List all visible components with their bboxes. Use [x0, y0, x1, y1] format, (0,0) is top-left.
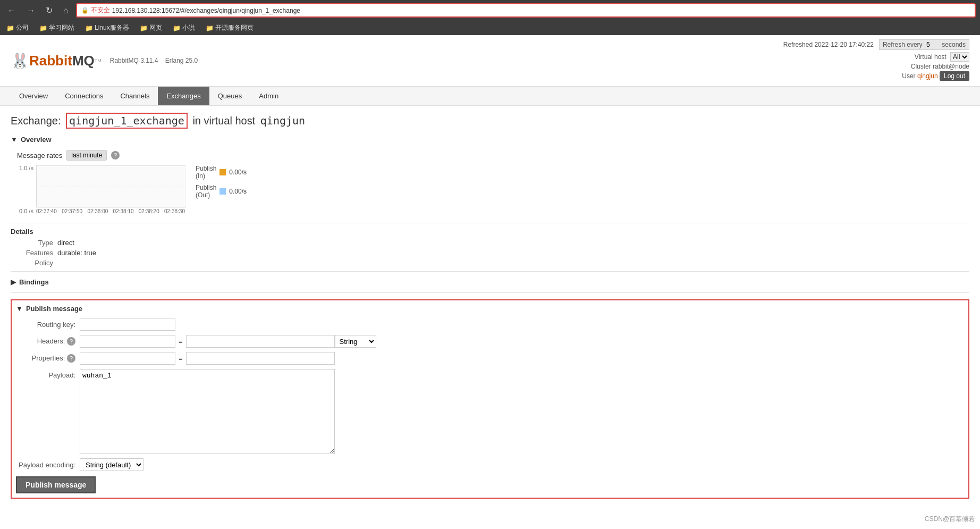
headers-help-icon[interactable]: ?	[67, 337, 75, 346]
headers-eq: =	[175, 338, 186, 346]
bindings-section: ▶ Bindings	[11, 276, 969, 288]
properties-label: Properties: ?	[16, 354, 80, 363]
properties-eq: =	[175, 355, 186, 363]
overview-arrow: ▼	[11, 136, 18, 144]
legend-publish-out-color	[219, 188, 226, 195]
bookmark-novel[interactable]: 📁 小说	[171, 23, 197, 33]
features-row: Features durable: true	[11, 249, 969, 257]
legend-publish-out: Publish(Out) 0.00/s	[196, 184, 247, 199]
version-info: RabbitMQ 3.11.4 Erlang 25.0	[110, 57, 198, 64]
title-middle: in virtual host	[192, 115, 255, 127]
details-section: Details Type direct Features durable: tr…	[11, 228, 969, 267]
properties-row: Properties: ? =	[16, 352, 964, 365]
legend-publish-in-color	[219, 169, 226, 175]
cluster-label: Cluster	[911, 63, 931, 70]
payload-textarea[interactable]	[80, 369, 335, 454]
bookmark-study[interactable]: 📁 学习网站	[37, 23, 77, 33]
publish-section-label: Publish message	[26, 305, 82, 313]
legend-publish-in-value: 0.00/s	[229, 169, 247, 176]
bookmark-company[interactable]: 📁 公司	[4, 23, 31, 33]
publish-btn-row: Publish message	[16, 476, 964, 493]
nav-admin[interactable]: Admin	[250, 87, 287, 105]
user-label: User	[902, 72, 915, 80]
message-rates-header: Message rates last minute ?	[17, 150, 969, 161]
chart-area: 1.0 /s 0.0 /s 02:37:40 02:37:50 02:38:00…	[17, 165, 969, 214]
publish-message-button[interactable]: Publish message	[16, 476, 96, 493]
overview-section-header[interactable]: ▼ Overview	[11, 133, 969, 146]
logo-tm: TM	[95, 58, 102, 63]
lock-icon: 🔒	[81, 7, 89, 14]
nav-overview[interactable]: Overview	[11, 87, 56, 105]
properties-help-icon[interactable]: ?	[67, 354, 75, 363]
title-prefix: Exchange:	[11, 115, 61, 127]
headers-row: Headers: ? = String Number Boolean	[16, 335, 964, 348]
nav-exchanges[interactable]: Exchanges	[158, 87, 209, 105]
nav-connections[interactable]: Connections	[56, 87, 112, 105]
properties-val-input[interactable]	[186, 352, 335, 365]
cluster-line: Cluster rabbit@node	[783, 63, 969, 70]
details-label: Details	[11, 228, 969, 236]
message-rates-label: Message rates	[17, 152, 62, 159]
bindings-section-header[interactable]: ▶ Bindings	[11, 276, 969, 288]
bookmark-web[interactable]: 📁 网页	[138, 23, 164, 33]
routing-key-input[interactable]	[80, 318, 175, 331]
forward-button[interactable]: →	[23, 5, 38, 16]
nav-queues[interactable]: Queues	[209, 87, 251, 105]
publish-message-section: ▼ Publish message Routing key: Headers: …	[11, 299, 969, 499]
logo-rabbit-text: Rabbit	[29, 53, 72, 69]
payload-row: Payload:	[16, 369, 964, 454]
time-period-selector[interactable]: last minute	[66, 150, 107, 161]
chart-wrapper: 1.0 /s 0.0 /s 02:37:40 02:37:50 02:38:00…	[36, 165, 185, 214]
properties-key-input[interactable]	[80, 352, 175, 365]
refresh-every-box[interactable]: Refresh every seconds	[879, 39, 969, 50]
bindings-label: Bindings	[19, 278, 49, 286]
virtual-host-select[interactable]: All	[950, 52, 969, 62]
features-key: Features	[11, 249, 53, 257]
publish-section-arrow: ▼	[16, 305, 23, 313]
logo: 🐰 Rabbit MQ TM	[11, 52, 102, 70]
overview-label: Overview	[21, 136, 52, 144]
publish-form: Routing key: Headers: ? = String Number …	[16, 318, 964, 493]
erlang-version: Erlang 25.0	[165, 57, 198, 64]
virtual-host-line: Virtual host All	[783, 52, 969, 62]
publish-section-header[interactable]: ▼ Publish message	[16, 305, 964, 313]
features-val: durable: true	[57, 249, 96, 257]
user-link[interactable]: qingjun	[917, 72, 938, 80]
routing-key-row: Routing key:	[16, 318, 964, 331]
insecure-label: 不安全	[91, 6, 110, 15]
user-line: User qingjun Log out	[783, 71, 969, 81]
policy-row: Policy	[11, 259, 969, 267]
browser-toolbar: ← → ↻ ⌂ 🔒 不安全 192.168.130.128:15672/#/ex…	[0, 0, 980, 21]
policy-key: Policy	[11, 259, 53, 267]
payload-label: Payload:	[16, 369, 80, 379]
payload-enc-row: Payload encoding: String (default) Base6…	[16, 458, 964, 471]
header-right: Refreshed 2022-12-20 17:40:22 Refresh ev…	[783, 39, 969, 82]
refresh-info: Refreshed 2022-12-20 17:40:22 Refresh ev…	[783, 39, 969, 50]
main-content: Exchange: qingjun_1_exchange in virtual …	[0, 106, 980, 507]
address-bar[interactable]: 🔒 不安全 192.168.130.128:15672/#/exchanges/…	[76, 3, 976, 18]
chart-svg	[37, 165, 185, 208]
refresh-seconds-input[interactable]	[924, 41, 940, 48]
help-icon[interactable]: ?	[111, 151, 120, 159]
virtual-host-name: qingjun	[260, 114, 305, 127]
details-table: Type direct Features durable: true Polic…	[11, 239, 969, 267]
bindings-arrow: ▶	[11, 278, 16, 286]
type-row: Type direct	[11, 239, 969, 247]
headers-key-input[interactable]	[80, 335, 175, 348]
back-button[interactable]: ←	[4, 5, 19, 16]
routing-key-label: Routing key:	[16, 321, 80, 329]
bookmark-linux[interactable]: 📁 Linux服务器	[83, 23, 131, 33]
chart-canvas	[36, 165, 185, 207]
nav-channels[interactable]: Channels	[112, 87, 158, 105]
bookmark-opensource[interactable]: 📁 开源服务网页	[204, 23, 256, 33]
log-out-button[interactable]: Log out	[940, 71, 969, 81]
logo-rabbit-icon: 🐰	[11, 52, 29, 70]
headers-type-select[interactable]: String Number Boolean	[335, 335, 376, 348]
virtual-host-label: Virtual host	[915, 53, 947, 61]
cluster-value: rabbit@node	[933, 63, 969, 70]
home-button[interactable]: ⌂	[60, 5, 72, 16]
refresh-button[interactable]: ↻	[43, 4, 56, 16]
rabbitmq-version: RabbitMQ 3.11.4	[110, 57, 158, 64]
headers-val-input[interactable]	[186, 335, 335, 348]
payload-enc-select[interactable]: String (default) Base64	[80, 458, 143, 471]
